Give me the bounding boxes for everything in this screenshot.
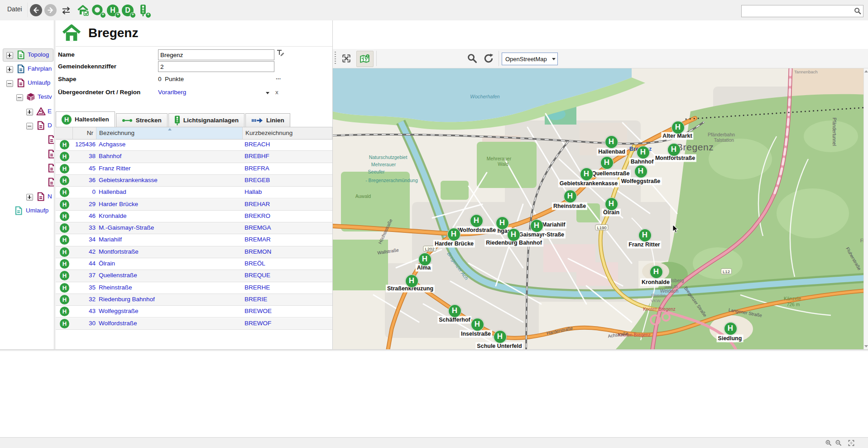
map-stop-marker[interactable]: H bbox=[634, 165, 647, 178]
map-layer-select[interactable]: OpenStreetMap bbox=[502, 53, 558, 65]
tree-item-Umlaufp[interactable]: Umlaufp bbox=[0, 77, 54, 89]
scroll-up-icon[interactable] bbox=[864, 70, 868, 72]
map-stop-marker[interactable]: H bbox=[650, 265, 663, 279]
cell-bezeichnung: Hallenbad bbox=[99, 188, 126, 195]
map-scrollbar[interactable] bbox=[863, 68, 868, 349]
region-dropdown-button[interactable] bbox=[266, 92, 269, 94]
menu-datei[interactable]: Datei bbox=[3, 4, 27, 14]
map-city-label: Bregenz bbox=[676, 142, 714, 153]
tree-expander-minus-icon[interactable] bbox=[6, 80, 13, 87]
fit-extent-button[interactable] bbox=[338, 51, 355, 66]
tree-item-doc-6[interactable] bbox=[0, 134, 54, 146]
tree-item-doc-7[interactable] bbox=[0, 148, 54, 160]
forward-button[interactable] bbox=[44, 4, 57, 16]
tab-strecken[interactable]: Strecken bbox=[116, 113, 168, 127]
table-row[interactable]: H38BahnhofBREBHF bbox=[56, 151, 332, 163]
name-field[interactable] bbox=[158, 49, 274, 60]
map-stop-marker[interactable]: H bbox=[448, 304, 461, 318]
shape-more-button[interactable]: ... bbox=[276, 74, 281, 81]
region-link[interactable]: Vorarlberg bbox=[158, 89, 186, 96]
tree-item-doc-9[interactable] bbox=[0, 176, 54, 188]
table-header-col-kurzbezeichnung[interactable]: Kurzbezeichnung bbox=[243, 127, 332, 139]
tab-linien[interactable]: Linien bbox=[245, 113, 290, 127]
tree-expander-plus-icon[interactable] bbox=[6, 52, 13, 59]
sync-button[interactable] bbox=[59, 4, 73, 17]
map-refresh-button[interactable] bbox=[480, 51, 497, 66]
map-stop-marker[interactable]: H bbox=[418, 253, 432, 266]
cell-nr: 46 bbox=[73, 212, 96, 219]
map-stop-marker[interactable]: H bbox=[600, 156, 614, 169]
add-signal-button[interactable]: + bbox=[136, 4, 150, 17]
table-header-col-nr[interactable]: Nr bbox=[73, 127, 96, 139]
table-row[interactable]: H36GebietskrankenkasseBREGEB bbox=[56, 175, 332, 187]
tree-item-E[interactable]: E bbox=[0, 106, 54, 118]
map-position-button[interactable] bbox=[356, 51, 374, 67]
map-stop-marker[interactable]: H bbox=[405, 275, 418, 288]
zoom-in-button[interactable] bbox=[825, 439, 833, 447]
tab-lichtsignalanlagen[interactable]: Lichtsignalanlagen bbox=[168, 113, 245, 127]
add-place-button[interactable]: + bbox=[91, 4, 105, 17]
tab-haltestellen[interactable]: HHaltestellen bbox=[56, 111, 115, 127]
table-row[interactable]: H35RheinstraßeBRERHE bbox=[56, 282, 332, 294]
map-stop-marker[interactable]: H bbox=[564, 190, 577, 203]
map-stop-marker[interactable]: H bbox=[724, 322, 737, 335]
table-row[interactable]: H44ÖlrainBREÖL bbox=[56, 258, 332, 270]
table-header-col-bezeichnung[interactable]: Bezeichnung bbox=[96, 127, 243, 139]
table-row[interactable]: H46KronhaldeBREKRO bbox=[56, 211, 332, 222]
table-row[interactable]: H45Franz RitterBREFRA bbox=[56, 163, 332, 175]
back-button[interactable] bbox=[30, 4, 42, 16]
map-stop-marker[interactable]: H bbox=[470, 214, 483, 227]
map-stop-marker[interactable]: H bbox=[580, 168, 593, 181]
region-clear-button[interactable]: x bbox=[275, 89, 278, 96]
horizontal-splitter[interactable] bbox=[0, 349, 868, 351]
text-edit-button[interactable] bbox=[276, 48, 285, 58]
map-stop-marker[interactable]: H bbox=[530, 219, 543, 232]
map-stop-marker[interactable]: H bbox=[447, 228, 460, 241]
tree-expander-plus-icon[interactable] bbox=[26, 109, 33, 116]
global-search-input[interactable] bbox=[743, 6, 850, 16]
fit-view-button[interactable] bbox=[848, 439, 855, 447]
map-stop-marker[interactable]: H bbox=[494, 330, 507, 343]
add-stop-button[interactable]: H + bbox=[106, 4, 120, 17]
map-place-label: Pfänderbahn bbox=[708, 132, 735, 137]
table-row[interactable]: H0HallenbadHallab bbox=[56, 187, 332, 198]
map-stop-marker[interactable]: H bbox=[496, 217, 509, 230]
table-row[interactable]: H32Riedenburg BahnhofBRERIE bbox=[56, 294, 332, 306]
gkz-field[interactable] bbox=[158, 61, 274, 72]
zoom-out-button[interactable] bbox=[835, 439, 843, 447]
map-view[interactable]: BregenzBregenzWocherhafenTannenbachNatur… bbox=[333, 68, 868, 349]
tree-item-Testv[interactable]: Testv bbox=[0, 91, 54, 103]
map-stop-marker[interactable]: H bbox=[471, 318, 484, 331]
table-row[interactable]: H29Harder BrückeBREHAR bbox=[56, 199, 332, 211]
tree-expander-minus-icon[interactable] bbox=[26, 123, 33, 130]
map-stop-marker[interactable]: H bbox=[507, 228, 520, 241]
map-stop-marker[interactable]: H bbox=[605, 198, 618, 211]
map-stop-marker[interactable]: H bbox=[637, 146, 650, 159]
tree-expander-plus-icon[interactable] bbox=[26, 194, 33, 201]
home-check-button[interactable] bbox=[76, 4, 90, 17]
toolbar-grip[interactable] bbox=[335, 52, 336, 65]
tree-item-Fahrplan[interactable]: Fahrplan bbox=[0, 63, 54, 75]
table-row[interactable]: H42MontfortstraßeBREMON bbox=[56, 246, 332, 258]
table-row[interactable]: H34MariahilfBREMAR bbox=[56, 234, 332, 246]
table-header-col-icon[interactable] bbox=[56, 127, 73, 139]
tree-item-Topolog[interactable]: Topolog bbox=[0, 49, 54, 61]
table-row[interactable]: H33M.-Gaismayr-StraßeBREMGA bbox=[56, 222, 332, 234]
tree-item-D[interactable]: D bbox=[0, 120, 54, 132]
tree-expander-minus-icon[interactable] bbox=[16, 94, 23, 101]
add-depot-button[interactable]: D + bbox=[121, 4, 134, 17]
table-row[interactable]: H30WolfordstraßeBREWOF bbox=[56, 318, 332, 330]
scroll-down-icon[interactable] bbox=[864, 345, 868, 347]
tree-item-Umlaufp[interactable]: Umlaufp bbox=[0, 205, 54, 217]
tree-item-N[interactable]: N bbox=[0, 191, 54, 203]
map-stop-marker[interactable]: H bbox=[667, 143, 681, 156]
map-stop-marker[interactable]: H bbox=[605, 135, 618, 149]
table-row[interactable]: H37QuellenstraßeBREQUE bbox=[56, 270, 332, 282]
table-row[interactable]: H43WolfeggstraßeBREWOE bbox=[56, 306, 332, 318]
map-stop-marker[interactable]: H bbox=[671, 121, 685, 134]
map-stop-marker[interactable]: H bbox=[638, 229, 652, 242]
tree-expander-plus-icon[interactable] bbox=[6, 66, 13, 73]
map-search-button[interactable] bbox=[464, 51, 480, 66]
tree-item-doc-8[interactable] bbox=[0, 162, 54, 174]
table-row[interactable]: H125436AchgasseBREACH bbox=[56, 139, 332, 151]
